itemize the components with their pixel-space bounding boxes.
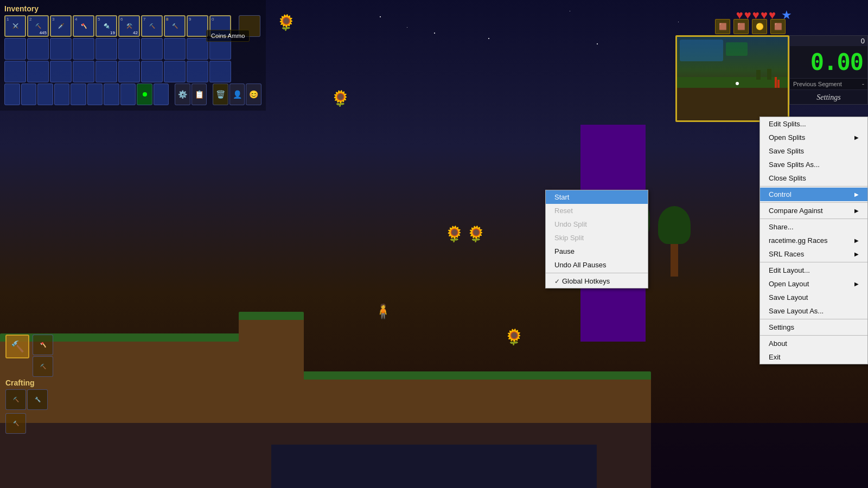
top-item-4[interactable]: 🟫 (770, 19, 786, 34)
inv-slot-r3-5[interactable] (95, 61, 117, 82)
inv-slot-extra1[interactable]: ⚙️ (175, 84, 190, 105)
top-item-1[interactable]: 🟫 (715, 19, 730, 34)
inv-slot-r3-10[interactable] (209, 61, 231, 82)
top-item-2[interactable]: 🟫 (733, 19, 749, 34)
top-items-row: 🟫 🟫 🟡 🟫 (715, 19, 786, 34)
menu-item-undo-all-pauses[interactable]: Undo All Pauses (546, 258, 648, 272)
inv-slot-r4-4[interactable] (54, 84, 70, 105)
menu-item-settings[interactable]: Settings (760, 320, 867, 334)
inv-slot-r3-1[interactable] (4, 61, 26, 82)
inv-slot-r3-4[interactable] (73, 61, 94, 82)
minimap-inner (677, 37, 788, 120)
inv-slot-r4-10[interactable] (154, 84, 169, 105)
inv-slot-2[interactable]: 2⛏️445 (27, 15, 49, 37)
menu-item-srl-races[interactable]: SRL Races ▶ (760, 247, 867, 261)
menu-item-close-splits[interactable]: Close Splits (760, 171, 867, 185)
inv-slot-5[interactable]: 5🔩19 (95, 15, 117, 37)
inv-slot-8[interactable]: 8🔨 (164, 15, 186, 37)
inv-slot-r4-1[interactable] (4, 84, 20, 105)
inv-slot-avatar1[interactable]: 👤 (229, 84, 245, 105)
inv-slot-avatar2[interactable]: 😊 (246, 84, 261, 105)
context-menu-right[interactable]: Edit Splits... Open Splits ▶ Save Splits… (760, 117, 868, 364)
menu-item-share[interactable]: Share... (760, 220, 867, 234)
menu-item-open-splits[interactable]: Open Splits ▶ (760, 131, 867, 144)
separator-6 (760, 335, 867, 336)
inv-slot-r2-2[interactable] (27, 38, 49, 60)
menu-item-edit-layout[interactable]: Edit Layout... (760, 264, 867, 277)
menu-item-save-splits[interactable]: Save Splits (760, 144, 867, 158)
livesplit-prev-segment: Previous Segment (793, 81, 842, 87)
inv-slot-1[interactable]: 1⚔️ (4, 15, 26, 37)
livesplit-panel[interactable]: 0 0.00 Previous Segment - Settings (789, 35, 868, 105)
livesplit-bottom-row: Previous Segment - (790, 78, 867, 89)
inv-slot-9[interactable]: 9 (187, 15, 208, 37)
crafting-slot-3[interactable]: ⛏️ (33, 356, 53, 377)
crafting-slot-1[interactable]: 🔨 (5, 335, 29, 358)
inv-slot-r4-6[interactable] (87, 84, 103, 105)
menu-item-save-splits-as[interactable]: Save Splits As... (760, 158, 867, 171)
livesplit-settings-button[interactable]: Settings (790, 89, 867, 104)
inv-slot-r2-6[interactable] (118, 38, 140, 60)
menu-arrow-control: ▶ (854, 191, 859, 197)
menu-item-skip-split[interactable]: Skip Split (546, 231, 648, 245)
inv-slot-r3-6[interactable] (118, 61, 140, 82)
context-menu-left[interactable]: Start Reset Undo Split Skip Split Pause … (545, 190, 648, 288)
inv-slot-4[interactable]: 4🪓 (73, 15, 94, 37)
inv-slot-3[interactable]: 3🗡️ (50, 15, 72, 37)
star (570, 11, 570, 11)
inv-slot-6[interactable]: 6⚒️42 (118, 15, 140, 37)
inv-slot-r4-7[interactable] (104, 84, 119, 105)
crafting-slot-2[interactable]: 🪓 (33, 335, 53, 355)
menu-item-exit[interactable]: Exit (760, 350, 867, 364)
menu-item-edit-splits[interactable]: Edit Splits... (760, 117, 867, 131)
crafting-result-slot[interactable]: 🔨 (5, 413, 26, 434)
menu-item-undo-split[interactable]: Undo Split (546, 217, 648, 231)
inv-slot-r2-7[interactable] (141, 38, 163, 60)
inventory-panel: Inventory 1⚔️ 2⛏️445 3🗡️ 4🪓 5🔩19 6⚒️42 7… (0, 0, 266, 111)
inv-slot-r3-7[interactable] (141, 61, 163, 82)
livesplit-dash: - (862, 80, 864, 88)
menu-arrow-open-layout: ▶ (854, 281, 859, 287)
menu-item-save-layout[interactable]: Save Layout (760, 291, 867, 304)
menu-item-global-hotkeys[interactable]: ✓ Global Hotkeys (546, 274, 648, 288)
menu-item-control[interactable]: Control ▶ (760, 188, 867, 201)
livesplit-settings-label: Settings (816, 93, 840, 101)
star (678, 22, 679, 22)
inv-slot-r3-2[interactable] (27, 61, 49, 82)
crafting-tool-1[interactable]: ⛏️ (5, 389, 26, 410)
menu-item-save-layout-as[interactable]: Save Layout As... (760, 304, 867, 318)
inv-slot-trash[interactable]: 🗑️ (213, 84, 228, 105)
inv-slot-r2-3[interactable] (50, 38, 72, 60)
separator-1 (760, 186, 867, 187)
inv-slot-r4-5[interactable] (71, 84, 86, 105)
inv-slot-r4-2[interactable] (21, 84, 37, 105)
inv-slot-r4-8[interactable] (120, 84, 136, 105)
menu-item-pause[interactable]: Pause (546, 245, 648, 258)
inv-slot-r2-5[interactable] (95, 38, 117, 60)
inv-slot-r3-8[interactable] (164, 61, 186, 82)
inv-slot-r2-8[interactable] (164, 38, 186, 60)
inv-slot-extra2[interactable]: 📋 (192, 84, 207, 105)
top-item-3[interactable]: 🟡 (752, 19, 767, 34)
menu-item-open-layout[interactable]: Open Layout ▶ (760, 277, 867, 291)
menu-item-start[interactable]: Start (546, 190, 648, 204)
inv-slot-r3-9[interactable] (187, 61, 208, 82)
inv-slot-r2-9[interactable] (187, 38, 208, 60)
livesplit-timer: 0.00 (790, 46, 867, 78)
sunflower3: 🌻 (445, 225, 464, 243)
water-bottom (0, 423, 868, 488)
inv-slot-r3-3[interactable] (50, 61, 72, 82)
inv-slot-r2-1[interactable] (4, 38, 26, 60)
terrain-raised1 (239, 312, 304, 320)
coin-ammo-display: Coins Ammo (206, 30, 250, 42)
menu-item-compare-against[interactable]: Compare Against ▶ (760, 204, 867, 217)
menu-item-racetime[interactable]: racetime.gg Races ▶ (760, 234, 867, 247)
inv-slot-r4-3[interactable] (37, 84, 53, 105)
menu-item-about[interactable]: About (760, 337, 867, 350)
crafting-tool-2[interactable]: 🔧 (27, 389, 48, 410)
inv-slot-r2-4[interactable] (73, 38, 94, 60)
menu-item-reset[interactable]: Reset (546, 204, 648, 217)
inv-slot-7[interactable]: 7⛏️ (141, 15, 163, 37)
livesplit-score: 0 (790, 36, 867, 46)
inv-slot-r4-9[interactable] (137, 84, 152, 105)
